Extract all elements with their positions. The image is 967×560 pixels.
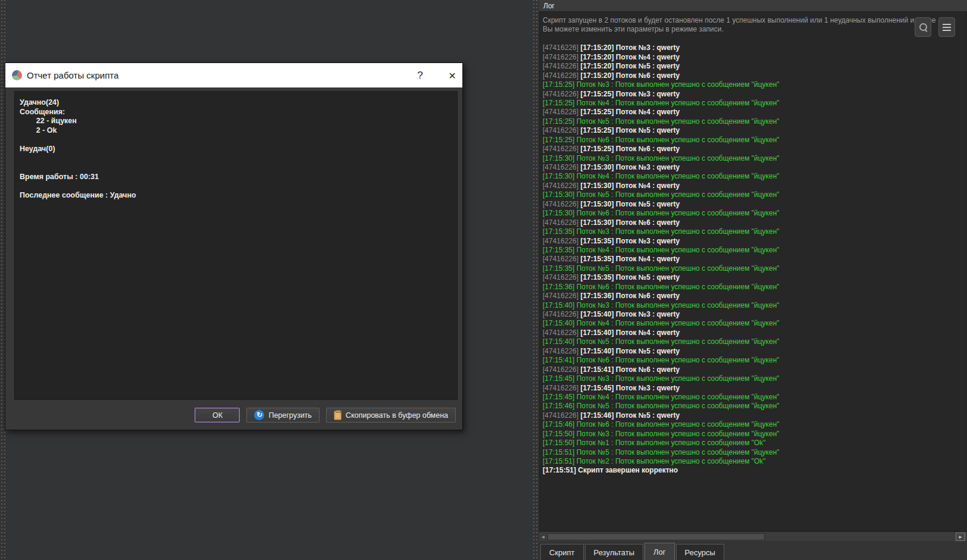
log-line-task-id: [47416226] (543, 126, 578, 134)
log-line: [17:15:50] Поток №3 : Поток выполнен усп… (543, 430, 966, 439)
log-line: [17:15:25] Поток №4 : Поток выполнен усп… (543, 99, 966, 108)
ok-button[interactable]: ОК (195, 408, 240, 423)
dialog-titlebar[interactable]: Отчет работы скрипта ? ✕ (5, 63, 462, 87)
log-line: [47416226] [17:15:25] Поток №5 : qwerty (543, 126, 966, 135)
log-info-line: Скрипт запущен в 2 потоков и будет остан… (543, 16, 966, 25)
bottom-tab-bar: СкриптРезультатыЛогРесурсы (540, 543, 724, 560)
log-line: [17:15:51] Скрипт завершен корректно (543, 466, 966, 475)
report-text: Удачно(24) Сообщения: 22 - йцукен 2 - Ok… (15, 92, 457, 207)
log-line-text: [17:15:30] Поток №6 : qwerty (578, 218, 680, 227)
tab-результаты[interactable]: Результаты (585, 544, 643, 560)
log-line: [17:15:41] Поток №6 : Поток выполнен усп… (543, 356, 966, 365)
log-line: [47416226] [17:15:36] Поток №6 : qwerty (543, 292, 966, 301)
tab-лог[interactable]: Лог (644, 543, 675, 560)
log-line-text: [17:15:40] Поток №3 : qwerty (578, 310, 680, 318)
log-line: [17:15:46] Поток №5 : Поток выполнен усп… (543, 402, 966, 411)
search-button[interactable] (915, 17, 931, 37)
log-line-task-id: [47416226] (543, 365, 578, 374)
log-line: [17:15:40] Поток №5 : Поток выполнен усп… (543, 337, 966, 346)
log-line: [47416226] [17:15:40] Поток №4 : qwerty (543, 329, 966, 337)
log-line-task-id: [47416226] (543, 329, 578, 337)
help-button[interactable]: ? (411, 67, 429, 85)
log-line-task-id: [47416226] (543, 292, 578, 300)
log-line: [47416226] [17:15:35] Поток №5 : qwerty (543, 273, 966, 282)
scrollbar-thumb[interactable] (547, 533, 765, 540)
log-line-task-id: [47416226] (543, 43, 578, 52)
log-line: [17:15:25] Поток №3 : Поток выполнен усп… (543, 80, 966, 89)
pie-chart-icon (12, 70, 22, 80)
horizontal-scrollbar[interactable]: ◄ ► (539, 531, 967, 541)
copy-button-label: Скопировать в буфер обмена (346, 411, 448, 420)
splitter-dots (533, 0, 534, 560)
log-line: [17:15:30] Поток №3 : Поток выполнен усп… (543, 154, 966, 163)
log-line-task-id: [47416226] (543, 218, 578, 227)
reload-button-label: Перегрузить (268, 411, 311, 420)
tab-ресурсы[interactable]: Ресурсы (676, 544, 724, 560)
tab-скрипт[interactable]: Скрипт (540, 544, 584, 560)
scroll-right-arrow-icon[interactable]: ► (956, 533, 965, 541)
copy-to-clipboard-button[interactable]: Скопировать в буфер обмена (326, 408, 456, 423)
log-line: [47416226] [17:15:20] Поток №4 : qwerty (543, 53, 966, 62)
dialog-button-row: ОК ↻ Перегрузить Скопировать в буфер обм… (195, 408, 456, 423)
log-line: [47416226] [17:15:20] Поток №6 : qwerty (543, 71, 966, 80)
log-line-task-id: [47416226] (543, 237, 578, 245)
ok-button-label: ОК (212, 411, 223, 420)
log-line: [47416226] [17:15:45] Поток №3 : qwerty (543, 384, 966, 393)
log-line-text: [17:15:35] Поток №3 : qwerty (578, 237, 680, 245)
log-line-text: [17:15:30] Поток №3 : qwerty (578, 163, 680, 171)
reload-button[interactable]: ↻ Перегрузить (246, 408, 319, 423)
log-line-text: [17:15:25] Поток №3 : qwerty (578, 90, 680, 98)
log-line-task-id: [47416226] (543, 384, 578, 392)
clipboard-icon (334, 411, 342, 420)
search-icon (919, 23, 927, 31)
log-line-task-id: [47416226] (543, 163, 578, 171)
log-line-text: [17:15:46] Поток №5 : qwerty (578, 411, 680, 420)
hamburger-menu-icon (943, 24, 951, 31)
log-line-text: [17:15:20] Поток №6 : qwerty (578, 71, 680, 80)
log-line: [17:15:36] Поток №6 : Поток выполнен усп… (543, 283, 966, 292)
log-line-text: [17:15:40] Поток №4 : qwerty (578, 329, 680, 337)
app-root: Отчет работы скрипта ? ✕ Удачно(24) Сооб… (0, 0, 967, 560)
log-view[interactable]: Скрипт запущен в 2 потоков и будет остан… (539, 11, 967, 531)
log-line: [47416226] [17:15:20] Поток №3 : qwerty (543, 43, 966, 52)
log-line: [17:15:35] Поток №4 : Поток выполнен усп… (543, 246, 966, 255)
log-line: [17:15:50] Поток №1 : Поток выполнен усп… (543, 439, 966, 448)
log-line-text: [17:15:35] Поток №4 : qwerty (578, 255, 680, 263)
scroll-left-arrow-icon[interactable]: ◄ (539, 533, 547, 541)
log-info-line: Вы можете изменить эти параметры в режим… (543, 25, 966, 34)
log-line-text: [17:15:45] Поток №3 : qwerty (578, 384, 680, 392)
log-line: [47416226] [17:15:30] Поток №4 : qwerty (543, 182, 966, 190)
log-line: [47416226] [17:15:25] Поток №4 : qwerty (543, 108, 966, 117)
close-button[interactable]: ✕ (443, 67, 461, 85)
log-line: [47416226] [17:15:30] Поток №6 : qwerty (543, 218, 966, 227)
log-dock-splitter[interactable] (532, 0, 539, 560)
log-line: [47416226] [17:15:46] Поток №5 : qwerty (543, 411, 966, 420)
log-line: [17:15:45] Поток №3 : Поток выполнен усп… (543, 374, 966, 383)
log-line-task-id: [47416226] (543, 62, 578, 70)
log-line: [17:15:30] Поток №4 : Поток выполнен усп… (543, 172, 966, 181)
log-panel-header[interactable]: Лог (539, 0, 967, 11)
log-line: [47416226] [17:15:35] Поток №4 : qwerty (543, 255, 966, 264)
log-line: [47416226] [17:15:25] Поток №3 : qwerty (543, 90, 966, 99)
log-line-task-id: [47416226] (543, 53, 578, 61)
report-text-area[interactable]: Удачно(24) Сообщения: 22 - йцукен 2 - Ok… (14, 91, 458, 400)
log-line: [47416226] [17:15:20] Поток №5 : qwerty (543, 62, 966, 71)
log-panel-title: Лог (543, 2, 555, 10)
log-line-task-id: [47416226] (543, 200, 578, 208)
log-line-task-id: [47416226] (543, 347, 578, 355)
log-line-text: [17:15:41] Поток №6 : qwerty (578, 365, 680, 374)
log-line-text: [17:15:20] Поток №5 : qwerty (578, 62, 680, 70)
dialog-title: Отчет работы скрипта (27, 70, 118, 80)
log-line: [47416226] [17:15:41] Поток №6 : qwerty (543, 365, 966, 374)
log-line: [47416226] [17:15:30] Поток №3 : qwerty (543, 163, 966, 172)
log-blank-line (543, 35, 966, 43)
log-line: [17:15:25] Поток №6 : Поток выполнен усп… (543, 136, 966, 145)
log-line-task-id: [47416226] (543, 145, 578, 153)
log-line: [47416226] [17:15:35] Поток №3 : qwerty (543, 237, 966, 246)
menu-button[interactable] (938, 17, 955, 37)
log-line: [17:15:51] Поток №5 : Поток выполнен усп… (543, 448, 966, 457)
log-line: [47416226] [17:15:40] Поток №3 : qwerty (543, 310, 966, 319)
log-line-text: [17:15:25] Поток №6 : qwerty (578, 145, 680, 153)
log-line: [17:15:51] Поток №2 : Поток выполнен усп… (543, 457, 966, 466)
log-line-task-id: [47416226] (543, 90, 578, 98)
